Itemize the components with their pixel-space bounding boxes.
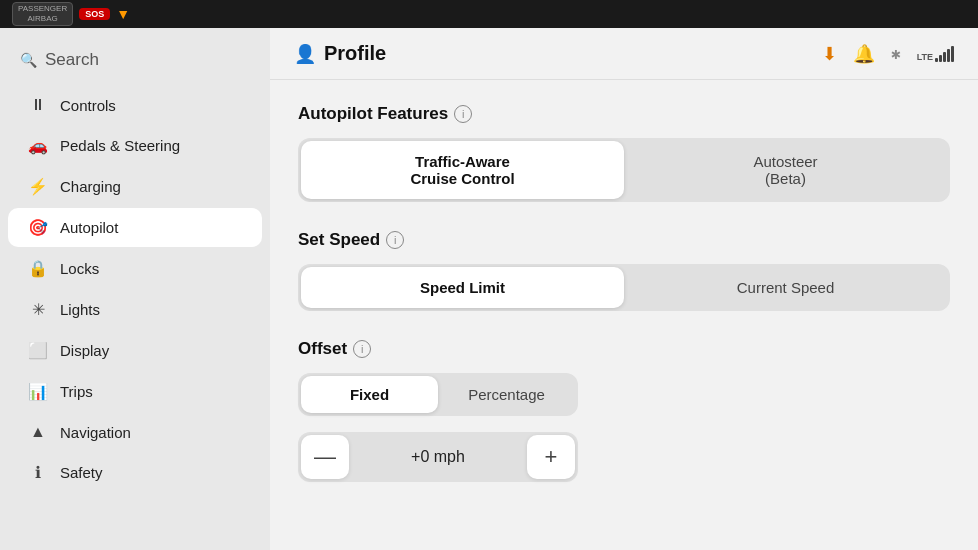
sidebar-item-display-label: Display [60,342,109,359]
speed-plus-button[interactable]: + [527,435,575,479]
panel-body: Autopilot Features i Traffic-Aware Cruis… [270,80,978,530]
sidebar: 🔍 Search ⏸ Controls 🚗 Pedals & Steering … [0,28,270,550]
offset-title: Offset i [298,339,950,359]
speed-offset-control: — +0 mph + [298,432,578,482]
sidebar-item-safety[interactable]: ℹ Safety [8,453,262,492]
sidebar-item-lights[interactable]: ✳ Lights [8,290,262,329]
speed-minus-button[interactable]: — [301,435,349,479]
set-speed-toggle: Speed Limit Current Speed [298,264,950,311]
sidebar-item-controls-label: Controls [60,97,116,114]
sidebar-item-controls[interactable]: ⏸ Controls [8,86,262,124]
main-panel: 👤 Profile ⬇ 🔔 ✱ LTE [270,28,978,550]
navigation-icon: ▲ [28,423,48,441]
sidebar-item-locks[interactable]: 🔒 Locks [8,249,262,288]
sidebar-item-autopilot-label: Autopilot [60,219,118,236]
current-speed-option[interactable]: Current Speed [624,267,947,308]
fixed-option[interactable]: Fixed [301,376,438,413]
airbag-badge: PASSENGER AIRBAG [12,2,73,25]
search-icon: 🔍 [20,52,37,68]
sidebar-item-lights-label: Lights [60,301,100,318]
tacc-option[interactable]: Traffic-Aware Cruise Control [301,141,624,199]
search-bar[interactable]: 🔍 Search [0,40,270,86]
autopilot-icon: 🎯 [28,218,48,237]
panel-header: 👤 Profile ⬇ 🔔 ✱ LTE [270,28,978,80]
pedals-icon: 🚗 [28,136,48,155]
percentage-option[interactable]: Percentage [438,376,575,413]
speed-offset-value: +0 mph [349,448,527,466]
panel-title-wrap: 👤 Profile [294,42,386,65]
status-indicators: PASSENGER AIRBAG SOS ▼ [12,2,130,25]
offset-toggle: Fixed Percentage [298,373,578,416]
sidebar-item-navigation-label: Navigation [60,424,131,441]
set-speed-title: Set Speed i [298,230,950,250]
header-icons: ⬇ 🔔 ✱ LTE [822,43,954,65]
sidebar-item-charging[interactable]: ⚡ Charging [8,167,262,206]
sos-badge: SOS [79,8,110,20]
speed-limit-option[interactable]: Speed Limit [301,267,624,308]
profile-person-icon: 👤 [294,43,316,65]
warning-icon: ▼ [116,6,130,22]
display-icon: ⬜ [28,341,48,360]
sidebar-item-trips[interactable]: 📊 Trips [8,372,262,411]
lights-icon: ✳ [28,300,48,319]
sidebar-item-safety-label: Safety [60,464,103,481]
controls-icon: ⏸ [28,96,48,114]
safety-icon: ℹ [28,463,48,482]
panel-title: Profile [324,42,386,65]
autosteer-option[interactable]: Autosteer (Beta) [624,141,947,199]
sidebar-item-display[interactable]: ⬜ Display [8,331,262,370]
autopilot-features-info-icon[interactable]: i [454,105,472,123]
search-label: Search [45,50,99,70]
sidebar-item-navigation[interactable]: ▲ Navigation [8,413,262,451]
bell-icon[interactable]: 🔔 [853,43,875,65]
sidebar-item-autopilot[interactable]: 🎯 Autopilot [8,208,262,247]
main-content: 🔍 Search ⏸ Controls 🚗 Pedals & Steering … [0,28,978,550]
sidebar-item-trips-label: Trips [60,383,93,400]
set-speed-info-icon[interactable]: i [386,231,404,249]
sidebar-item-charging-label: Charging [60,178,121,195]
autopilot-features-toggle: Traffic-Aware Cruise Control Autosteer (… [298,138,950,202]
top-bar: PASSENGER AIRBAG SOS ▼ [0,0,978,28]
charging-icon: ⚡ [28,177,48,196]
offset-section: Offset i Fixed Percentage — +0 mph + [298,339,950,482]
signal-bars [935,46,954,62]
sidebar-item-locks-label: Locks [60,260,99,277]
trips-icon: 📊 [28,382,48,401]
download-icon[interactable]: ⬇ [822,43,837,65]
offset-info-icon[interactable]: i [353,340,371,358]
bluetooth-icon[interactable]: ✱ [891,44,901,63]
sidebar-item-pedals[interactable]: 🚗 Pedals & Steering [8,126,262,165]
locks-icon: 🔒 [28,259,48,278]
sidebar-item-pedals-label: Pedals & Steering [60,137,180,154]
lte-signal: LTE [917,46,954,62]
autopilot-features-title: Autopilot Features i [298,104,950,124]
